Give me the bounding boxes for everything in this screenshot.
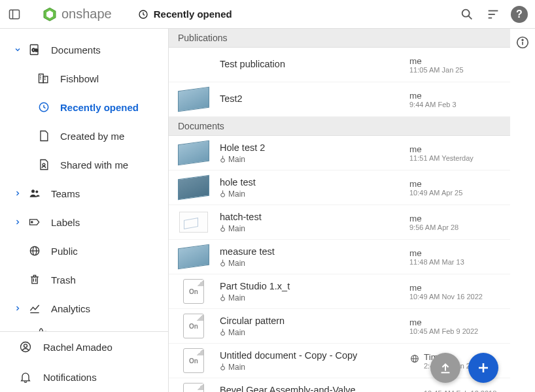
- item-owner: me: [409, 214, 458, 223]
- thumbnail-3d: [178, 175, 209, 201]
- sidebar-label: Public: [51, 246, 78, 257]
- item-title: Untitled document - Copy - Copy: [220, 350, 409, 361]
- info-button[interactable]: [515, 35, 530, 392]
- item-timestamp: 10:49 AM Nov 16 2022: [409, 293, 483, 301]
- document-row[interactable]: OnPart Studio 1.x_t Mainme10:49 AM Nov 1…: [169, 274, 510, 309]
- sidebar-item-activity-cut[interactable]: [0, 323, 168, 331]
- help-button[interactable]: ?: [510, 5, 528, 24]
- thumbnail: On: [175, 382, 212, 392]
- upload-fab[interactable]: [430, 353, 460, 383]
- sidebar-item-documents[interactable]: On Documents: [0, 35, 168, 64]
- pin-icon: [220, 363, 226, 372]
- document-box-icon: On: [27, 42, 42, 57]
- document-row[interactable]: hole test Mainme10:49 AM Apr 25: [169, 171, 510, 205]
- thumbnail-sketch: [179, 212, 208, 233]
- avatar-icon: [18, 340, 33, 354]
- svg-point-22: [35, 191, 38, 193]
- panel-toggle-button[interactable]: [7, 7, 22, 22]
- section-header-publications: Publications: [169, 29, 510, 48]
- sidebar-label: Shared with me: [60, 159, 128, 171]
- thumbnail: [175, 244, 212, 270]
- sidebar-label: Teams: [51, 188, 80, 199]
- svg-point-21: [31, 189, 35, 193]
- user-name: Rachel Amadeo: [43, 342, 112, 353]
- publication-row[interactable]: Test publicationme11:05 AM Jan 25: [169, 48, 510, 82]
- svg-line-6: [468, 16, 472, 19]
- sidebar-label: Analytics: [51, 303, 90, 314]
- main-content: Publications Test publicationme11:05 AM …: [169, 29, 510, 392]
- thumbnail-3d: [178, 140, 209, 166]
- sidebar-item-analytics[interactable]: Analytics: [0, 294, 168, 323]
- brand-logo[interactable]: onshape: [42, 7, 112, 22]
- item-owner: me: [409, 248, 464, 258]
- notifications-row[interactable]: Notifications: [0, 362, 168, 392]
- item-timestamp: 11:05 AM Jan 25: [409, 66, 464, 74]
- search-icon: [460, 7, 474, 22]
- create-fab[interactable]: [468, 353, 498, 383]
- sidebar-label: Recently opened: [60, 102, 139, 113]
- thumbnail: [175, 209, 212, 235]
- svg-rect-0: [10, 10, 20, 18]
- sidebar-item-teams[interactable]: Teams: [0, 179, 168, 208]
- item-branch: Main: [220, 293, 409, 302]
- thumbnail-document: On: [183, 348, 204, 373]
- document-row[interactable]: hatch-test Mainme9:56 AM Apr 28: [169, 205, 510, 240]
- sidebar-item-created-by-me[interactable]: Created by me: [0, 122, 168, 150]
- thumbnail: [175, 52, 212, 78]
- users-icon: [27, 186, 42, 201]
- publication-row[interactable]: Test2me9:44 AM Feb 3: [169, 82, 510, 117]
- chevron-right-icon: [12, 189, 24, 197]
- chevron-right-icon: [12, 218, 24, 226]
- sidebar-item-fishbowl[interactable]: Fishbowl: [0, 64, 168, 93]
- svg-text:On: On: [32, 48, 38, 52]
- item-title: Hole test 2: [220, 142, 409, 153]
- svg-point-20: [43, 163, 45, 166]
- sidebar-label: Labels: [51, 217, 80, 228]
- thumbnail-document: On: [183, 279, 204, 304]
- search-button[interactable]: [458, 5, 476, 24]
- globe-icon: [409, 353, 420, 364]
- document-row[interactable]: OnCircular pattern Mainme10:45 AM Feb 9 …: [169, 309, 510, 344]
- thumbnail: On: [175, 348, 212, 374]
- svg-point-44: [522, 39, 523, 41]
- sort-icon: [486, 7, 500, 22]
- sidebar-item-labels[interactable]: Labels: [0, 208, 168, 237]
- item-owner: me: [409, 318, 478, 327]
- clock-icon: [138, 9, 148, 20]
- item-timestamp: 9:44 AM Feb 3: [409, 101, 457, 108]
- pin-icon: [220, 293, 226, 302]
- file-user-icon: [37, 157, 51, 172]
- pin-icon: [220, 155, 226, 164]
- user-account-row[interactable]: Rachel Amadeo: [0, 332, 168, 362]
- item-title: Test publication: [220, 59, 409, 69]
- plus-icon: [475, 360, 491, 376]
- sidebar-item-trash[interactable]: Trash: [0, 265, 168, 294]
- item-timestamp: 10:45 AM Feb 9 2022: [409, 327, 478, 335]
- label-icon: [27, 215, 42, 229]
- thumbnail: On: [175, 278, 212, 304]
- item-timestamp: 10:49 AM Apr 25: [409, 189, 462, 197]
- sidebar-label: Documents: [51, 44, 101, 56]
- sidebar-item-shared-with-me[interactable]: Shared with me: [0, 150, 168, 179]
- publications-list: Test publicationme11:05 AM Jan 25Test2me…: [169, 48, 510, 117]
- sidebar-item-public[interactable]: Public: [0, 237, 168, 265]
- document-row[interactable]: measure test Mainme11:48 AM Mar 13: [169, 240, 510, 274]
- item-owner: me: [409, 283, 483, 293]
- onshape-logo-icon: [42, 7, 58, 22]
- activity-icon: [37, 323, 51, 331]
- sidebar-item-recently-opened[interactable]: Recently opened: [0, 93, 168, 122]
- thumbnail-3d: [178, 244, 209, 270]
- item-branch: Main: [220, 224, 409, 233]
- sidebar: On Documents Fishbowl Recently opened: [0, 29, 169, 392]
- thumbnail-3d: [178, 87, 209, 112]
- document-row[interactable]: Hole test 2 Mainme11:51 AM Yesterday: [169, 136, 510, 171]
- thumbnail: [175, 86, 212, 112]
- pin-icon: [220, 259, 226, 268]
- upload-icon: [438, 361, 453, 375]
- sort-button[interactable]: [484, 5, 502, 24]
- top-bar: onshape Recently opened ?: [0, 0, 535, 29]
- item-branch: Main: [220, 363, 409, 372]
- item-title: hatch-test: [220, 212, 409, 222]
- building-icon: [37, 71, 51, 86]
- svg-point-31: [24, 344, 27, 348]
